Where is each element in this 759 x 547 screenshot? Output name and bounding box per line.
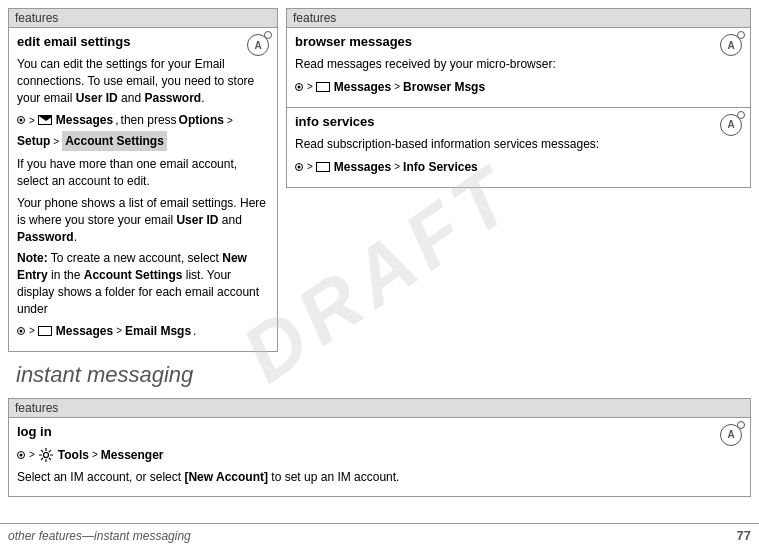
edit-email-para2: If you have more than one email account,…	[17, 156, 269, 190]
im-title: instant messaging	[16, 362, 743, 388]
footer-left-text: other features—instant messaging	[8, 529, 191, 543]
im-nav-line: > Tools > Messenger	[17, 446, 742, 464]
accessibility-icon-3	[720, 114, 742, 136]
icon-circle-small-3	[737, 111, 745, 119]
userid-bold-2: User ID	[176, 213, 218, 227]
nav-bullet-icon-3	[295, 83, 303, 91]
browser-messages-title-row: browser messages	[295, 34, 742, 56]
password-bold: Password	[144, 91, 201, 105]
info-services-body: info services Read subscription-based in…	[287, 108, 750, 187]
nav-envelope-icon-3	[316, 82, 330, 92]
nav-bullet-icon-5	[17, 451, 25, 459]
left-features-header: features	[9, 9, 277, 28]
edit-email-title: edit email settings	[17, 34, 130, 49]
nav-envelope-icon	[38, 115, 52, 125]
nav-options-bold: Options	[179, 111, 224, 129]
new-account-bold: [New Account]	[184, 470, 268, 484]
edit-email-note: Note: To create a new account, select Ne…	[17, 250, 269, 317]
account-settings-bold: Account Settings	[84, 268, 183, 282]
gear-icon	[39, 448, 53, 462]
nav-line-1: > Messages, then press Options > Setup >	[17, 111, 269, 151]
nav-bullet-icon-2	[17, 327, 25, 335]
nav-messenger-bold: Messenger	[101, 446, 164, 464]
browser-messages-title: browser messages	[295, 34, 412, 49]
browser-messages-table: features browser messages Read messages …	[286, 8, 751, 108]
info-services-para: Read subscription-based information serv…	[295, 136, 742, 153]
nav-account-settings-highlight: Account Settings	[62, 131, 167, 151]
accessibility-icon-2	[720, 34, 742, 56]
info-services-table: info services Read subscription-based in…	[286, 108, 751, 188]
accessibility-icon-4	[720, 424, 742, 446]
nav-browser-msgs-bold: Browser Msgs	[403, 78, 485, 96]
im-features-header: features	[9, 399, 750, 418]
edit-email-para3: Your phone shows a list of email setting…	[17, 195, 269, 245]
left-column: features edit email settings You can edi…	[8, 8, 278, 352]
info-nav-line: > Messages > Info Services	[295, 158, 742, 176]
footer-page-number: 77	[737, 528, 751, 543]
nav-setup-bold: Setup	[17, 132, 50, 150]
icon-circle-small	[264, 31, 272, 39]
nav-tools-bold: Tools	[58, 446, 89, 464]
nav-info-services-bold: Info Services	[403, 158, 478, 176]
note-label: Note:	[17, 251, 48, 265]
log-in-title: log in	[17, 424, 52, 439]
browser-messages-body: browser messages Read messages received …	[287, 28, 750, 107]
icon-circle-small-4	[737, 421, 745, 429]
nav-envelope-icon-2	[38, 326, 52, 336]
nav-tools-icon	[38, 447, 54, 463]
password-bold-2: Password	[17, 230, 74, 244]
nav-bullet-icon-4	[295, 163, 303, 171]
nav-line-2: > Messages > Email Msgs.	[17, 322, 269, 340]
svg-point-0	[43, 452, 48, 457]
info-services-title-row: info services	[295, 114, 742, 136]
edit-email-para1: You can edit the settings for your Email…	[17, 56, 269, 106]
browser-nav-line: > Messages > Browser Msgs	[295, 78, 742, 96]
userid-bold: User ID	[76, 91, 118, 105]
log-in-title-row: log in	[17, 424, 742, 446]
im-para1: Select an IM account, or select [New Acc…	[17, 469, 742, 486]
info-services-title: info services	[295, 114, 375, 129]
nav-messages-bold-3: Messages	[334, 78, 391, 96]
left-features-body: edit email settings You can edit the set…	[9, 28, 277, 351]
icon-circle-small-2	[737, 31, 745, 39]
im-section: instant messaging features log in >	[0, 352, 759, 498]
nav-emailmsgs-bold: Email Msgs	[125, 322, 191, 340]
im-features-table: features log in >	[8, 398, 751, 498]
im-title-area: instant messaging	[8, 352, 751, 398]
accessibility-icon	[247, 34, 269, 56]
page-container: DRAFT features edit email settings You c…	[0, 0, 759, 547]
right-upper-features-header: features	[287, 9, 750, 28]
footer: other features—instant messaging 77	[0, 523, 759, 547]
edit-email-table: features edit email settings You can edi…	[8, 8, 278, 352]
nav-bullet-icon	[17, 116, 25, 124]
nav-messages-bold: Messages	[56, 111, 113, 129]
browser-messages-para: Read messages received by your micro-bro…	[295, 56, 742, 73]
nav-envelope-icon-4	[316, 162, 330, 172]
nav-messages-bold-4: Messages	[334, 158, 391, 176]
im-features-body: log in > Tools >	[9, 418, 750, 497]
edit-email-title-row: edit email settings	[17, 34, 269, 56]
top-section: features edit email settings You can edi…	[0, 0, 759, 352]
right-column: features browser messages Read messages …	[286, 8, 751, 352]
nav-messages-bold-2: Messages	[56, 322, 113, 340]
